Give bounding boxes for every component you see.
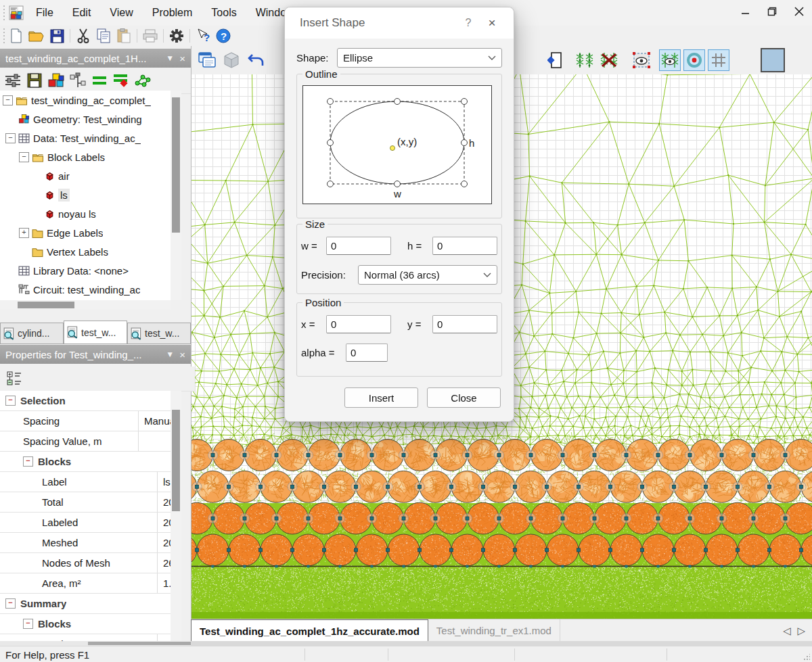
node-links-icon[interactable]	[133, 70, 153, 91]
keyline-icon[interactable]	[544, 49, 566, 71]
tree-item[interactable]: + Edge Labels	[0, 223, 171, 242]
grid-vertical-scrollbar[interactable]	[171, 391, 181, 641]
property-row[interactable]: Total200	[0, 492, 171, 513]
equal-green-icon[interactable]	[89, 70, 110, 91]
copy-icon[interactable]	[94, 27, 113, 45]
restore-button[interactable]	[763, 3, 781, 20]
model-tab-inactive[interactable]: Test_winding_tr_ex1.mod	[428, 619, 560, 642]
group-row[interactable]: −Summary	[0, 594, 171, 614]
tab-next-icon[interactable]: ▷	[797, 625, 805, 637]
help-icon[interactable]: ?	[214, 27, 233, 45]
window-properties-icon[interactable]	[196, 49, 218, 71]
equal-red-diamond-icon[interactable]	[111, 70, 131, 91]
collapse-icon[interactable]: −	[19, 152, 29, 162]
property-row[interactable]: Total398	[0, 634, 171, 641]
menu-view[interactable]: View	[100, 0, 142, 26]
tree-horizontal-scrollbar[interactable]	[0, 300, 171, 310]
group-row[interactable]: −Selection	[0, 391, 171, 411]
close-window-button[interactable]	[790, 3, 808, 20]
expand-icon[interactable]: +	[19, 228, 29, 238]
tree-item[interactable]: Vertex Labels	[0, 242, 171, 261]
geometry-blocks-icon[interactable]	[46, 70, 66, 91]
tab-prev-icon[interactable]: ◁	[783, 625, 791, 637]
tree-item[interactable]: air	[0, 166, 171, 185]
settings-gear-icon[interactable]	[167, 27, 186, 45]
toolbar-grip[interactable]	[2, 28, 6, 43]
doc-tab-test-w-active[interactable]: test_w...	[64, 321, 127, 344]
menu-tools[interactable]: Tools	[202, 0, 246, 26]
filter-sliders-icon[interactable]	[3, 70, 23, 91]
tree-item[interactable]: − Block Labels	[0, 147, 171, 166]
region-visibility-icon[interactable]	[631, 49, 652, 71]
collapse-icon[interactable]: −	[3, 95, 13, 105]
tree-item[interactable]: − test_winding_ac_complet_	[0, 91, 171, 110]
minimize-button[interactable]	[736, 3, 754, 20]
resize-grip[interactable]	[803, 654, 810, 661]
undo-icon[interactable]	[245, 49, 267, 71]
category-view-icon[interactable]	[4, 369, 24, 389]
tree-item[interactable]: Geometry: Test_winding	[0, 110, 171, 128]
dialog-close-icon[interactable]: ×	[478, 16, 505, 30]
collapse-icon[interactable]: −	[23, 619, 33, 629]
x-input[interactable]	[326, 315, 391, 333]
point-target-icon[interactable]	[683, 49, 705, 71]
property-row[interactable]: Labeled200	[0, 513, 171, 533]
alpha-input[interactable]	[346, 344, 388, 362]
tree-item[interactable]: noyau ls	[0, 204, 171, 223]
property-row[interactable]: Spacing Value, m	[0, 431, 171, 452]
collapse-icon[interactable]: −	[5, 396, 16, 406]
mesh-visibility-icon[interactable]	[659, 49, 681, 71]
property-row[interactable]: Nodes of Mesh26165	[0, 553, 171, 573]
collapse-icon[interactable]: −	[5, 133, 16, 143]
new-document-icon[interactable]	[7, 27, 26, 45]
cut-icon[interactable]	[74, 27, 93, 45]
dialog-title-bar[interactable]: Insert Shape ? ×	[285, 7, 514, 39]
panel-menu-icon[interactable]: ▼	[166, 53, 174, 63]
tree-item[interactable]: − Data: Test_winding_ac_	[0, 128, 171, 147]
tree-item[interactable]: Circuit: test_winding_ac	[0, 280, 171, 299]
property-row[interactable]: Area, m²1.570...	[0, 573, 171, 594]
paste-icon[interactable]	[114, 27, 133, 45]
w-input[interactable]	[326, 237, 391, 255]
color-swatch[interactable]	[761, 48, 785, 72]
tree-vertical-scrollbar[interactable]	[171, 91, 181, 300]
toolbar-grip[interactable]	[2, 5, 6, 20]
panel-menu-icon[interactable]: ▼	[166, 350, 174, 359]
model-tab-active[interactable]: Test_winding_ac_complet_1hz_accurate.mod	[191, 619, 428, 642]
branch-connect-icon[interactable]	[68, 70, 88, 91]
group-row[interactable]: −Blocks	[0, 614, 171, 634]
doc-tab-test-w2[interactable]: test_w...	[127, 323, 191, 344]
insert-button[interactable]: Insert	[344, 387, 418, 408]
grid-icon[interactable]	[708, 49, 729, 71]
project-tree: − test_winding_ac_complet_ Geometry: Tes…	[0, 91, 171, 300]
menu-edit[interactable]: Edit	[63, 0, 101, 26]
group-row[interactable]: −Blocks	[0, 452, 171, 472]
open-folder-icon[interactable]	[27, 27, 46, 45]
y-input[interactable]	[432, 315, 497, 333]
tree-item[interactable]: Library Data: <none>	[0, 261, 171, 280]
mesh-delete-icon[interactable]	[598, 49, 620, 71]
shape-combobox[interactable]: Ellipse	[337, 48, 502, 68]
dialog-help-icon[interactable]: ?	[458, 17, 478, 29]
print-icon[interactable]	[141, 27, 160, 45]
property-row[interactable]: Labells	[0, 472, 171, 492]
save-project-icon[interactable]	[24, 70, 45, 91]
panel-close-icon[interactable]: ×	[179, 349, 185, 360]
menu-problem[interactable]: Problem	[143, 0, 202, 26]
menu-file[interactable]: File	[26, 0, 63, 26]
precision-combobox[interactable]: Normal (36 arcs)	[358, 265, 497, 285]
property-row[interactable]: SpacingManual	[0, 411, 171, 431]
doc-tab-cylind[interactable]: cylind...	[0, 323, 64, 344]
grid-horizontal-scrollbar[interactable]	[88, 642, 191, 645]
tree-item-selected[interactable]: ls	[0, 185, 171, 204]
context-help-icon[interactable]: ?	[194, 27, 212, 45]
collapse-icon[interactable]: −	[23, 456, 33, 467]
h-input[interactable]	[432, 237, 497, 255]
close-button[interactable]: Close	[427, 387, 501, 408]
mesh-generate-icon[interactable]	[574, 49, 595, 71]
collapse-icon[interactable]: −	[5, 598, 16, 609]
cube-icon[interactable]	[221, 49, 242, 71]
property-row[interactable]: Meshed200	[0, 533, 171, 553]
panel-close-icon[interactable]: ×	[179, 53, 185, 64]
save-icon[interactable]	[47, 27, 66, 45]
